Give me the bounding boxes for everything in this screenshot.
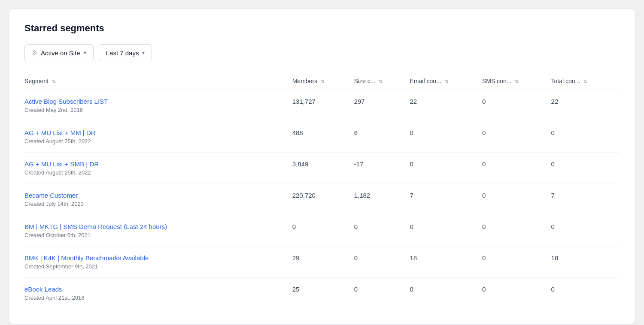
sms-conv-cell-0: 0	[482, 90, 551, 121]
segments-table: Segment ⇅ Members ⇅ Size c... ⇅ Email co…	[24, 73, 620, 309]
col-sms-conv: SMS con... ⇅	[482, 73, 551, 90]
col-sms-conv-label: SMS con...	[482, 78, 511, 84]
segment-created-5: Created September 9th, 2021	[24, 263, 98, 270]
total-conv-cell-5: 18	[551, 247, 620, 278]
size-change-value-5: 0	[354, 253, 358, 262]
gear-icon: ⚙	[32, 49, 37, 57]
size-change-value-6: 0	[354, 285, 358, 293]
segment-name-6[interactable]: eBook Leads	[24, 286, 287, 293]
sms-conv-value-1: 0	[482, 128, 486, 136]
total-conv-value-2: 0	[551, 159, 555, 168]
sms-conv-cell-3: 0	[482, 184, 551, 215]
segment-name-3[interactable]: Became Customer	[24, 192, 287, 199]
total-conv-cell-3: 7	[551, 184, 620, 215]
col-members: Members ⇅	[292, 73, 354, 90]
segment-cell-0: Active Blog Subscribers LIST Created May…	[24, 90, 292, 121]
members-cell-4: 0	[292, 215, 354, 247]
sms-conv-value-0: 0	[482, 97, 486, 105]
email-conv-cell-2: 0	[410, 153, 482, 184]
email-conv-value-0: 22	[410, 97, 417, 105]
email-conv-cell-6: 0	[410, 278, 482, 309]
sms-conv-cell-2: 0	[482, 153, 551, 184]
sms-conv-value-4: 0	[482, 222, 486, 230]
sms-conv-cell-1: 0	[482, 121, 551, 153]
sort-icon-email-conv[interactable]: ⇅	[445, 79, 449, 84]
time-filter-button[interactable]: Last 7 days ▾	[99, 44, 152, 61]
email-conv-value-2: 0	[410, 159, 413, 168]
members-value-0: 131,727	[292, 97, 316, 105]
col-size-change-label: Size c...	[354, 78, 376, 84]
sms-conv-cell-4: 0	[482, 215, 551, 247]
members-cell-2: 3,849	[292, 153, 354, 184]
members-cell-0: 131,727	[292, 90, 354, 121]
segment-created-0: Created May 2nd, 2016	[24, 107, 83, 113]
total-conv-value-6: 0	[551, 285, 555, 293]
email-conv-value-3: 7	[410, 191, 413, 199]
size-change-value-1: 6	[354, 128, 358, 136]
table-row: BMK | K4K | Monthly Benchmarks Available…	[24, 247, 620, 278]
sort-icon-size-change[interactable]: ⇅	[379, 79, 383, 84]
table-header: Segment ⇅ Members ⇅ Size c... ⇅ Email co…	[24, 73, 620, 90]
chevron-down-icon: ▾	[84, 50, 86, 56]
size-change-value-4: 0	[354, 222, 358, 230]
size-change-value-2: -17	[354, 159, 364, 168]
size-change-cell-2: -17	[354, 153, 410, 184]
col-total-conv-label: Total con...	[551, 78, 580, 84]
col-segment-label: Segment	[24, 78, 49, 84]
sort-icon-total-conv[interactable]: ⇅	[583, 79, 587, 84]
segment-name-0[interactable]: Active Blog Subscribers LIST	[24, 98, 287, 105]
table-row: Active Blog Subscribers LIST Created May…	[24, 90, 620, 121]
sms-conv-value-6: 0	[482, 285, 486, 293]
members-value-5: 29	[292, 253, 300, 262]
page-title: Starred segments	[24, 23, 620, 34]
col-size-change: Size c... ⇅	[354, 73, 410, 90]
sort-icon-segment[interactable]: ⇅	[52, 79, 56, 84]
members-cell-5: 29	[292, 247, 354, 278]
members-value-3: 220,720	[292, 191, 316, 199]
email-conv-cell-1: 0	[410, 121, 482, 153]
segment-created-6: Created April 21st, 2016	[24, 295, 84, 301]
segment-created-2: Created August 25th, 2022	[24, 169, 91, 176]
col-members-label: Members	[292, 78, 317, 84]
segment-created-3: Created July 14th, 2023	[24, 201, 84, 207]
segment-cell-3: Became Customer Created July 14th, 2023	[24, 184, 292, 215]
segment-name-1[interactable]: AG + MU List + MM | DR	[24, 129, 287, 136]
header-row: Segment ⇅ Members ⇅ Size c... ⇅ Email co…	[24, 73, 620, 90]
total-conv-cell-0: 22	[551, 90, 620, 121]
sort-icon-sms-conv[interactable]: ⇅	[515, 79, 519, 84]
segment-created-1: Created August 25th, 2022	[24, 138, 91, 144]
time-filter-label: Last 7 days	[106, 49, 139, 57]
members-value-2: 3,849	[292, 159, 309, 168]
sms-conv-value-2: 0	[482, 159, 486, 168]
col-email-conv: Email con... ⇅	[410, 73, 482, 90]
members-cell-3: 220,720	[292, 184, 354, 215]
main-card: Starred segments ⚙ Active on Site ▾ Last…	[9, 9, 635, 325]
size-change-cell-0: 297	[354, 90, 410, 121]
email-conv-cell-5: 18	[410, 247, 482, 278]
total-conv-value-0: 22	[551, 97, 559, 105]
total-conv-value-5: 18	[551, 253, 559, 262]
sort-icon-members[interactable]: ⇅	[321, 79, 325, 84]
col-total-conv: Total con... ⇅	[551, 73, 620, 90]
segment-filter-button[interactable]: ⚙ Active on Site ▾	[24, 44, 94, 61]
sms-conv-value-3: 0	[482, 191, 486, 199]
segment-name-4[interactable]: BM | MKTG | SMS Demo Request (Last 24 ho…	[24, 223, 287, 230]
segment-name-2[interactable]: AG + MU List + SMB | DR	[24, 160, 287, 168]
total-conv-cell-6: 0	[551, 278, 620, 309]
size-change-value-0: 297	[354, 97, 365, 105]
table-body: Active Blog Subscribers LIST Created May…	[24, 90, 620, 309]
size-change-cell-5: 0	[354, 247, 410, 278]
segment-created-4: Created October 6th, 2021	[24, 232, 91, 238]
segment-cell-2: AG + MU List + SMB | DR Created August 2…	[24, 153, 292, 184]
size-change-cell-4: 0	[354, 215, 410, 247]
email-conv-value-6: 0	[410, 285, 413, 293]
table-container: Segment ⇅ Members ⇅ Size c... ⇅ Email co…	[24, 73, 620, 309]
sms-conv-cell-6: 0	[482, 278, 551, 309]
filters-bar: ⚙ Active on Site ▾ Last 7 days ▾	[24, 44, 620, 61]
col-segment: Segment ⇅	[24, 73, 292, 90]
segment-name-5[interactable]: BMK | K4K | Monthly Benchmarks Available	[24, 254, 287, 262]
segment-cell-6: eBook Leads Created April 21st, 2016	[24, 278, 292, 309]
total-conv-value-1: 0	[551, 128, 555, 136]
total-conv-value-4: 0	[551, 222, 555, 230]
table-row: AG + MU List + SMB | DR Created August 2…	[24, 153, 620, 184]
